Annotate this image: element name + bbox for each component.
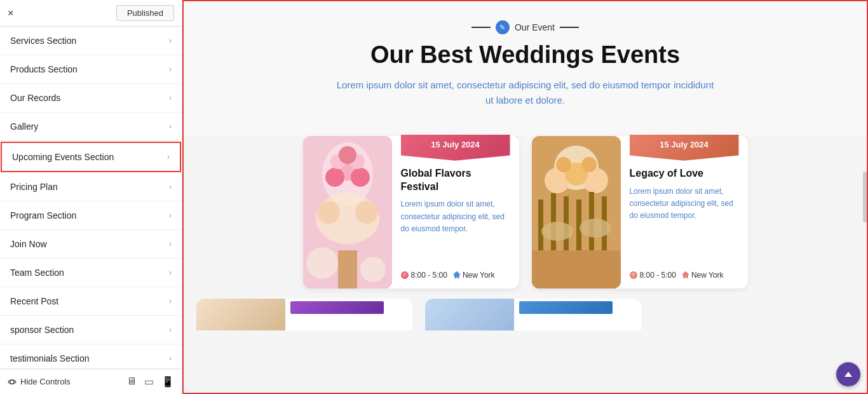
svg-point-5 (351, 168, 370, 187)
clock-icon-1: ⏱ (401, 271, 409, 279)
location-meta-1: New York (454, 271, 495, 280)
tablet-view-icon[interactable]: ▭ (144, 376, 154, 388)
sidebar-item-join-now[interactable]: Join Now › (0, 230, 182, 259)
card-image-2 (532, 136, 621, 289)
sidebar-item-label: Program Section (10, 210, 76, 221)
time-meta-2: ⏱ 8:00 - 5:00 (630, 271, 676, 280)
card-meta-2: ⏱ 8:00 - 5:00 New York (630, 271, 739, 280)
clock-icon-2: ⏱ (630, 271, 637, 279)
sidebar-footer: Hide Controls 🖥 ▭ 📱 (0, 369, 182, 394)
svg-point-30 (581, 157, 597, 172)
sidebar-item-testimonials-section[interactable]: testimonials Section › (0, 344, 182, 369)
date-badge-2: 15 July 2024 (630, 135, 739, 161)
sidebar-scroll: Services Section › Products Section › Ou… (0, 27, 182, 369)
sidebar-item-services[interactable]: Services Section › (0, 27, 182, 55)
card-meta-1: ⏱ 8:00 - 5:00 New York (401, 271, 510, 280)
time-value-2: 8:00 - 5:00 (640, 271, 676, 280)
sidebar-item-label: Team Section (10, 268, 64, 278)
svg-point-29 (556, 157, 571, 172)
card-content-2: 15 July 2024 Legacy of Love Lorem ipsum … (621, 136, 748, 289)
card-image-1 (303, 136, 392, 289)
close-icon[interactable]: × (8, 8, 13, 19)
chevron-right-icon: › (169, 182, 172, 191)
svg-point-11 (355, 201, 378, 224)
svg-point-8 (339, 146, 356, 164)
sidebar-item-label: Join Now (10, 239, 47, 249)
card-image-placeholder-2 (532, 136, 621, 289)
sidebar-item-label: Pricing Plan (10, 182, 58, 192)
divider-left (471, 27, 491, 28)
svg-rect-16 (532, 250, 621, 289)
svg-point-4 (325, 168, 344, 187)
sidebar-item-our-records[interactable]: Our Records › (0, 84, 182, 112)
event-icon: ✎ (496, 20, 510, 34)
desktop-view-icon[interactable]: 🖥 (126, 376, 137, 388)
partial-card-2 (425, 299, 641, 330)
sidebar-item-products[interactable]: Products Section › (0, 55, 182, 84)
svg-rect-20 (538, 200, 543, 250)
partial-cards-bottom (184, 299, 867, 330)
location-value-2: New York (691, 271, 724, 280)
card-content-1: 15 July 2024 Global Flavors Festival Lor… (392, 136, 519, 289)
chevron-right-icon: › (169, 240, 172, 248)
location-icon-1 (454, 271, 460, 279)
event-card-1[interactable]: 15 July 2024 Global Flavors Festival Lor… (303, 136, 519, 289)
svg-rect-21 (551, 193, 556, 250)
sidebar-item-label: Upcoming Events Section (12, 152, 114, 162)
scroll-to-top-button[interactable] (836, 362, 860, 386)
mobile-view-icon[interactable]: 📱 (161, 376, 174, 388)
sidebar-item-pricing-plan[interactable]: Pricing Plan › (0, 173, 182, 201)
chevron-right-icon: › (169, 65, 172, 74)
hide-controls-button[interactable]: Hide Controls (8, 377, 71, 386)
location-value-1: New York (463, 271, 495, 280)
svg-point-27 (580, 219, 611, 238)
sidebar-header: × Published (0, 0, 182, 27)
chevron-right-icon: › (169, 122, 172, 131)
partial-date-strip-1 (290, 301, 384, 314)
card-desc-2: Lorem ipsum dolor sit amet, consectetur … (630, 186, 739, 264)
sidebar-item-label: Our Records (10, 93, 60, 103)
scrollbar-thumb[interactable] (863, 172, 867, 222)
card-desc-1: Lorem ipsum dolor sit amet, consectetur … (401, 198, 510, 264)
svg-point-14 (360, 257, 386, 282)
partial-card-image-2 (425, 299, 514, 330)
chevron-right-icon: › (169, 211, 172, 220)
arrow-up-icon (843, 369, 853, 379)
chevron-right-icon: › (169, 297, 172, 306)
sidebar-item-gallery[interactable]: Gallery › (0, 112, 182, 141)
location-meta-2: New York (682, 271, 724, 280)
main-content: ✎ Our Event Our Best Weddings Events Lor… (182, 0, 868, 394)
divider-right (560, 27, 579, 28)
sidebar-item-label: Recent Post (10, 296, 58, 306)
svg-point-13 (306, 247, 338, 279)
chevron-right-icon: › (169, 93, 172, 102)
sidebar-item-label: Gallery (10, 121, 38, 132)
view-icons: 🖥 ▭ 📱 (126, 376, 174, 388)
event-card-2[interactable]: 15 July 2024 Legacy of Love Lorem ipsum … (532, 136, 748, 289)
sidebar-item-program-section[interactable]: Program Section › (0, 201, 182, 230)
svg-point-10 (317, 201, 340, 224)
chevron-right-icon: › (169, 325, 172, 334)
partial-card-1 (196, 299, 412, 330)
chevron-right-icon: › (169, 36, 172, 45)
sidebar-item-recent-post[interactable]: Recent Post › (0, 287, 182, 316)
sidebar-item-label: sponsor Section (10, 325, 74, 335)
location-icon-2 (682, 271, 689, 279)
sidebar-item-sponsor-section[interactable]: sponsor Section › (0, 316, 182, 344)
svg-rect-12 (338, 250, 357, 289)
sidebar-item-team-section[interactable]: Team Section › (0, 259, 182, 287)
partial-date-strip-2 (519, 301, 613, 314)
event-cards-row: 15 July 2024 Global Flavors Festival Lor… (184, 136, 867, 299)
event-section-header: ✎ Our Event Our Best Weddings Events Lor… (184, 1, 867, 136)
hide-controls-label: Hide Controls (20, 377, 71, 386)
sidebar-item-label: testimonials Section (10, 353, 90, 363)
chevron-right-icon: › (169, 354, 172, 363)
time-meta-1: ⏱ 8:00 - 5:00 (401, 271, 447, 280)
published-button[interactable]: Published (116, 5, 174, 21)
sidebar-item-upcoming-events[interactable]: Upcoming Events Section › (1, 142, 181, 172)
card-image-svg-2 (532, 136, 621, 289)
sidebar-item-label: Services Section (10, 36, 76, 46)
event-subtitle: Lorem ipsum dolor sit amet, consectetur … (335, 78, 716, 108)
card-title-2: Legacy of Love (630, 167, 739, 180)
date-badge-1: 15 July 2024 (401, 135, 510, 161)
